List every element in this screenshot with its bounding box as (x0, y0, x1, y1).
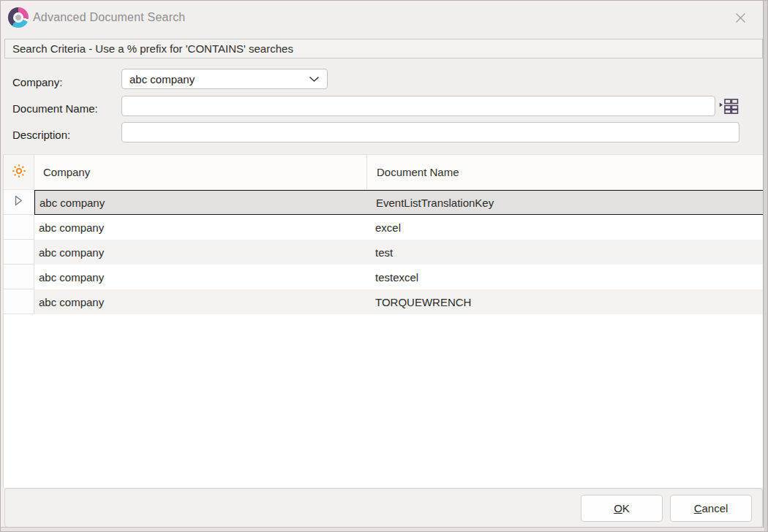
ok-mnemonic: O (614, 502, 622, 514)
cell-document-name: EventListTranslationKey (367, 191, 763, 214)
table-row[interactable]: abc company testexcel (4, 265, 764, 289)
footer-bar: OK Cancel (4, 488, 763, 528)
ok-rest: K (622, 502, 630, 514)
chevron-down-icon (309, 76, 320, 83)
grid-header-row: Company Document Name (4, 155, 764, 190)
table-row[interactable]: abc company EventListTranslationKey (4, 190, 764, 215)
table-row[interactable]: abc company TORQUEWRENCH (4, 289, 764, 314)
window-title: Advanced Document Search (33, 1, 185, 34)
description-input[interactable] (121, 122, 739, 142)
cell-company: abc company (34, 240, 366, 265)
cell-document-name: test (366, 240, 764, 265)
current-row-marker-icon (15, 195, 23, 209)
advanced-document-search-dialog: Advanced Document Search Search Criteria… (0, 0, 768, 532)
cell-document-name: TORQUEWRENCH (366, 289, 764, 314)
window-bottom-edge (1, 527, 764, 531)
sun-icon (11, 163, 27, 182)
company-dropdown[interactable]: abc company (121, 69, 328, 89)
table-lookup-icon[interactable] (718, 96, 739, 116)
row-selector-cell[interactable] (4, 190, 34, 215)
column-header-document-name[interactable]: Document Name (367, 155, 764, 190)
cancel-rest: ancel (701, 502, 728, 514)
document-name-label: Document Name: (12, 102, 98, 115)
row-selector-cell[interactable] (4, 265, 34, 289)
cancel-mnemonic: C (694, 502, 702, 514)
cell-company: abc company (34, 265, 366, 289)
cell-company: abc company (35, 191, 367, 214)
row-selector-cell[interactable] (4, 240, 34, 265)
cell-company: abc company (34, 215, 366, 240)
close-icon[interactable] (732, 10, 748, 26)
row-selector-cell[interactable] (4, 289, 34, 314)
company-dropdown-value: abc company (129, 73, 195, 86)
cell-document-name: excel (366, 215, 764, 240)
column-header-company[interactable]: Company (34, 155, 367, 190)
search-criteria-header: Search Criteria - Use a % prefix for 'CO… (4, 39, 763, 58)
titlebar: Advanced Document Search (1, 1, 767, 34)
table-row[interactable]: abc company test (4, 240, 764, 265)
company-label: Company: (12, 76, 62, 88)
results-grid: Company Document Name abc company EventL… (3, 154, 764, 487)
grid-corner-cell[interactable] (4, 155, 34, 190)
cancel-button[interactable]: Cancel (670, 495, 752, 522)
description-label: Description: (12, 129, 70, 141)
cell-company: abc company (34, 289, 366, 314)
document-name-input[interactable] (121, 96, 715, 116)
app-logo-icon (8, 7, 29, 28)
row-selector-cell[interactable] (4, 215, 34, 240)
cell-document-name: testexcel (366, 265, 764, 289)
table-row[interactable]: abc company excel (4, 215, 764, 240)
ok-button[interactable]: OK (581, 495, 663, 522)
window-right-edge (763, 1, 767, 531)
